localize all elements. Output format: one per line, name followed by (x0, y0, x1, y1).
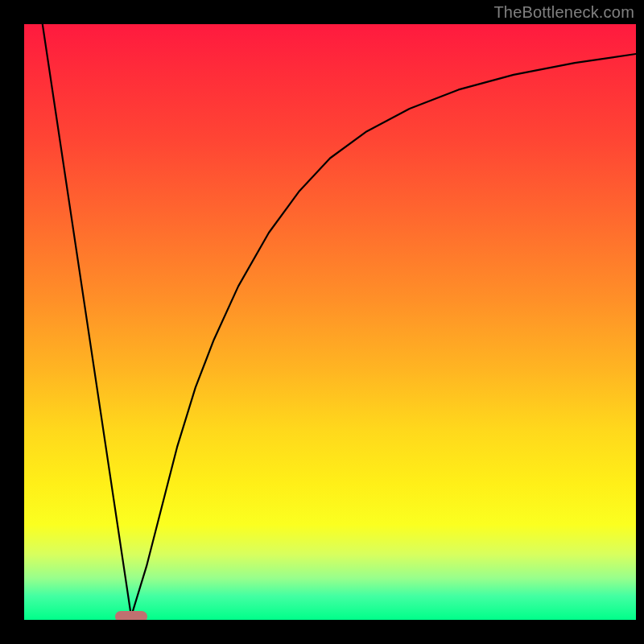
bottleneck-curve (43, 24, 636, 617)
chart-frame: TheBottleneck.com (0, 0, 644, 644)
optimal-point-marker (115, 611, 147, 620)
plot-area (24, 24, 636, 620)
watermark-text: TheBottleneck.com (493, 3, 634, 22)
curve-layer (24, 24, 636, 620)
